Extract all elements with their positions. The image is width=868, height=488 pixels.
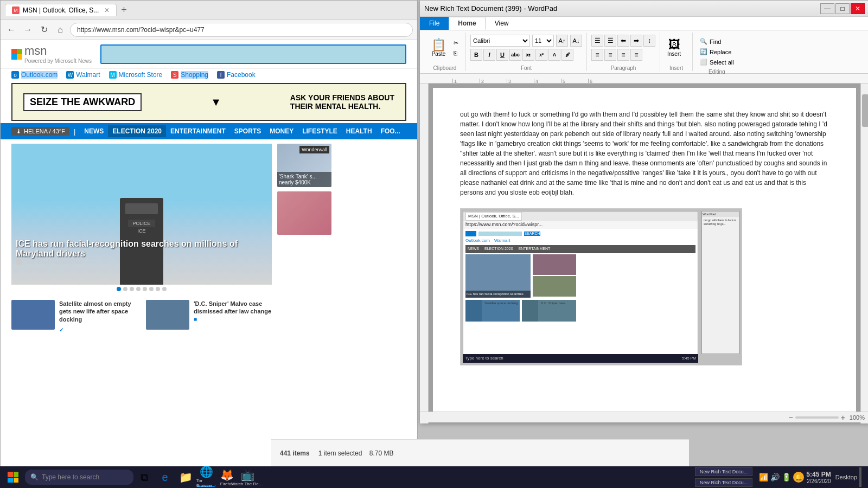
back-btn[interactable]: ← xyxy=(5,23,18,36)
decrease-indent-btn[interactable]: ⬅ xyxy=(617,35,629,47)
wordpad-page-inner[interactable]: out go with them! to fuck or something I… xyxy=(433,88,856,419)
nav-news[interactable]: NEWS xyxy=(80,125,108,137)
open-window-1[interactable]: New Rich Text Docu... xyxy=(695,467,752,476)
align-right-btn[interactable]: ≡ xyxy=(617,49,629,61)
scrollbar-thumb[interactable] xyxy=(862,94,869,127)
underline-btn[interactable]: U xyxy=(496,49,508,61)
msn-link-shopping[interactable]: S Shopping xyxy=(171,71,208,79)
paste-btn[interactable]: 📋 Paste xyxy=(429,33,449,63)
superscript-btn[interactable]: x² xyxy=(535,49,547,61)
dot-8[interactable] xyxy=(162,287,167,291)
align-center-btn[interactable]: ≡ xyxy=(604,49,616,61)
bold-btn[interactable]: B xyxy=(470,49,482,61)
browser-tab-active[interactable]: M MSN | Outlook, Office, S... ✕ xyxy=(5,4,117,16)
increase-indent-btn[interactable]: ➡ xyxy=(630,35,642,47)
network-icon[interactable]: 📶 xyxy=(759,473,768,481)
numbering-btn[interactable]: ☰ xyxy=(604,35,616,47)
mini-side-2 xyxy=(533,276,576,297)
redpill-taskbar-btn[interactable]: 📺 Watch The Red Pill 20... xyxy=(238,467,257,487)
small-article-headline-1: Satellite almost on empty gets new life … xyxy=(59,300,142,323)
find-btn[interactable]: 🔍 Find xyxy=(697,37,737,46)
nav-more[interactable]: FOO... xyxy=(376,125,405,137)
document-content[interactable]: out go with them! to fuck or something I… xyxy=(460,110,829,197)
nav-sports[interactable]: SPORTS xyxy=(230,125,265,137)
font-grow-btn[interactable]: A↑ xyxy=(556,35,568,47)
more-link-1[interactable]: ✓ xyxy=(59,327,63,333)
mini-articles: ICE has run facial-recognition searches xyxy=(465,254,695,298)
small-article-1[interactable]: Satellite almost on empty gets new life … xyxy=(11,300,142,333)
sound-icon[interactable]: 🔊 xyxy=(770,473,780,481)
dot-3[interactable] xyxy=(130,287,134,291)
zoom-minus-btn[interactable]: − xyxy=(788,413,793,422)
taskbar-search[interactable]: 🔍 Type here to search xyxy=(25,470,133,485)
flag-q1 xyxy=(11,49,17,54)
subscript-btn[interactable]: x₂ xyxy=(522,49,534,61)
side-article-1[interactable]: Wonderwall 'Shark Tank' s... nearly $400… xyxy=(277,144,331,187)
new-tab-btn[interactable]: + xyxy=(117,2,131,18)
line-spacing-btn[interactable]: ↕ xyxy=(643,35,655,47)
notification-icon[interactable]: 🔔 xyxy=(793,472,804,483)
nav-entertainment[interactable]: ENTERTAINMENT xyxy=(166,125,230,137)
msn-banner[interactable]: SEIZE THE AWKWARD ▼ ASK YOUR FRIENDS ABO… xyxy=(11,83,406,121)
side-article-2[interactable] xyxy=(277,191,331,235)
msn-link-outlook[interactable]: o Outlook.com xyxy=(11,71,58,79)
more-link-2[interactable]: ■ xyxy=(194,316,197,322)
cut-btn[interactable]: ✂ xyxy=(451,38,461,48)
font-color-btn[interactable]: A xyxy=(548,49,560,61)
taskbar-edge-btn[interactable]: e xyxy=(155,467,175,487)
desktop-label[interactable]: Desktop xyxy=(835,474,857,480)
taskbar-folder-btn[interactable]: 📁 xyxy=(176,467,195,487)
minimize-btn[interactable]: — xyxy=(820,3,834,14)
dot-2[interactable] xyxy=(123,287,127,291)
home-btn[interactable]: ⌂ xyxy=(54,23,67,36)
nav-lifestyle[interactable]: LIFESTYLE xyxy=(298,125,342,137)
justify-btn[interactable]: ≡ xyxy=(630,49,642,61)
font-shrink-btn[interactable]: A↓ xyxy=(570,35,582,47)
address-bar[interactable] xyxy=(70,23,413,37)
dot-6[interactable] xyxy=(149,287,154,291)
font-size-select[interactable]: 11 xyxy=(532,35,554,47)
highlight-btn[interactable]: 🖊 xyxy=(561,49,573,61)
bullets-btn[interactable]: ☰ xyxy=(591,35,603,47)
forward-btn[interactable]: → xyxy=(21,23,34,36)
close-btn[interactable]: ✕ xyxy=(851,3,865,14)
show-desktop-btn[interactable] xyxy=(859,467,861,487)
zoom-slider[interactable] xyxy=(795,416,839,419)
small-article-2[interactable]: 'D.C. Sniper' Malvo case dismissed after… xyxy=(146,300,276,333)
msn-link-facebook[interactable]: f Facebook xyxy=(217,71,256,79)
refresh-btn[interactable]: ↻ xyxy=(37,23,50,36)
tor-browser-taskbar-btn[interactable]: 🌐 Tor Browser xyxy=(196,467,216,487)
font-name-select[interactable]: Calibri xyxy=(470,35,530,47)
maximize-btn[interactable]: □ xyxy=(835,3,850,14)
nav-money[interactable]: MONEY xyxy=(265,125,298,137)
tab-home[interactable]: Home xyxy=(449,17,485,30)
mini-link-1: Outlook.com xyxy=(465,237,490,244)
italic-btn[interactable]: I xyxy=(483,49,495,61)
dot-5[interactable] xyxy=(143,287,147,291)
msn-link-msstore[interactable]: M Microsoft Store xyxy=(109,71,163,79)
replace-btn[interactable]: 🔄 Replace xyxy=(697,47,737,56)
msn-search-input[interactable] xyxy=(100,44,406,64)
copy-btn[interactable]: ⎘ xyxy=(451,49,461,57)
tab-close-btn[interactable]: ✕ xyxy=(104,7,110,14)
zoom-plus-btn[interactable]: + xyxy=(841,413,845,422)
tab-view[interactable]: View xyxy=(486,17,518,30)
align-left-btn[interactable]: ≡ xyxy=(591,49,603,61)
task-view-btn[interactable]: ⧉ xyxy=(135,467,154,487)
scrollbar-right[interactable] xyxy=(860,84,868,423)
nav-health[interactable]: HEALTH xyxy=(342,125,376,137)
dot-4[interactable] xyxy=(136,287,141,291)
msn-link-walmart[interactable]: W Walmart xyxy=(66,71,100,79)
start-button[interactable] xyxy=(2,466,24,488)
nav-election[interactable]: ELECTION 2020 xyxy=(108,125,166,137)
time-area[interactable]: 5:45 PM 2/26/2020 xyxy=(806,471,831,484)
tab-file[interactable]: File xyxy=(420,17,449,30)
open-window-2[interactable]: New Rich Text Docu... xyxy=(695,478,752,487)
strikethrough-btn[interactable]: abc xyxy=(509,49,521,61)
select-all-btn[interactable]: ⬜ Select all xyxy=(697,57,737,67)
msn-text: msn xyxy=(24,44,47,57)
main-article[interactable]: POLICE ICE ICE has run facial-recognitio… xyxy=(11,144,272,293)
insert-btn[interactable]: 🖼 Insert xyxy=(665,33,684,63)
dot-7[interactable] xyxy=(156,287,160,291)
dot-1[interactable] xyxy=(117,287,121,291)
